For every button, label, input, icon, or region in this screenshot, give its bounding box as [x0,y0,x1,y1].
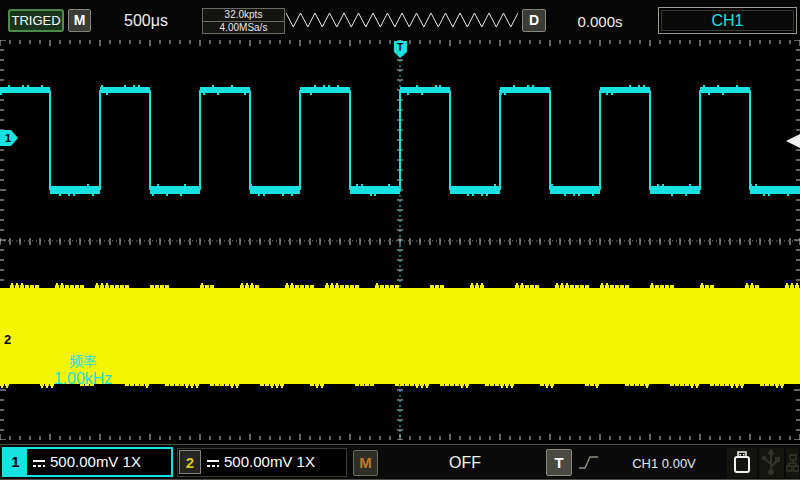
channel1-readout: 500.00mV 1X [32,449,141,475]
delay-button[interactable]: D [522,9,546,32]
channel1-settings[interactable]: 1 500.00mV 1X [2,447,173,477]
bottom-status-bar: 1 500.00mV 1X 2 500.00mV [0,444,800,480]
trigger-source-level: CH1 0.00V [604,456,724,471]
trigger-badge[interactable]: T [546,449,572,476]
channel2-readout: 500.00mV 1X [206,449,315,475]
measurement-label: 频率 [8,352,158,370]
oscilloscope-screen: TRIGED M 500μs 32.0kpts 4.00MSa/s D 0.00… [0,0,800,480]
trigger-position-readout: 0.000s [552,13,648,30]
measurement-ch1-frequency: 频率 1.00kHz [8,352,158,388]
trigger-status-badge: TRIGED [8,9,64,32]
rising-edge-icon [578,454,600,472]
channel2-scale: 500.00mV [224,453,292,470]
channel2-settings[interactable]: 2 500.00mV 1X [177,448,347,477]
memory-depth: 32.0kpts [203,9,284,22]
timebase-readout: 500μs [98,12,194,30]
channel1-scale: 500.00mV [50,453,118,470]
top-status-bar: TRIGED M 500μs 32.0kpts 4.00MSa/s D 0.00… [0,0,800,40]
channel1-probe: 1X [123,453,141,470]
active-channel-box[interactable]: CH1 [658,7,797,34]
waveform-preview-strip [286,10,518,30]
lan-icon [786,448,799,478]
measurement-value: 1.00kHz [8,370,158,388]
svg-text:T: T [397,42,403,53]
measurement-ch2-frequency: 频率 1.00MHz [170,352,320,388]
menu-button[interactable]: M [68,9,91,32]
dc-coupling-icon [206,458,220,469]
measurement-value: 1.00MHz [170,370,320,388]
channel2-probe: 1X [297,453,315,470]
channel1-badge[interactable]: 1 [4,449,27,475]
math-status: OFF [385,454,545,472]
svg-text:1: 1 [5,132,11,144]
sample-rate: 4.00MSa/s [203,22,284,34]
usb-symbol-icon [759,448,784,478]
math-badge[interactable]: M [353,450,378,476]
acquisition-info-box: 32.0kpts 4.00MSa/s [202,8,285,34]
channel2-badge[interactable]: 2 [179,450,201,474]
svg-text:2: 2 [4,332,11,347]
usb-drive-icon [727,448,757,478]
measurement-label: 频率 [170,352,320,370]
dc-coupling-icon [32,458,46,469]
